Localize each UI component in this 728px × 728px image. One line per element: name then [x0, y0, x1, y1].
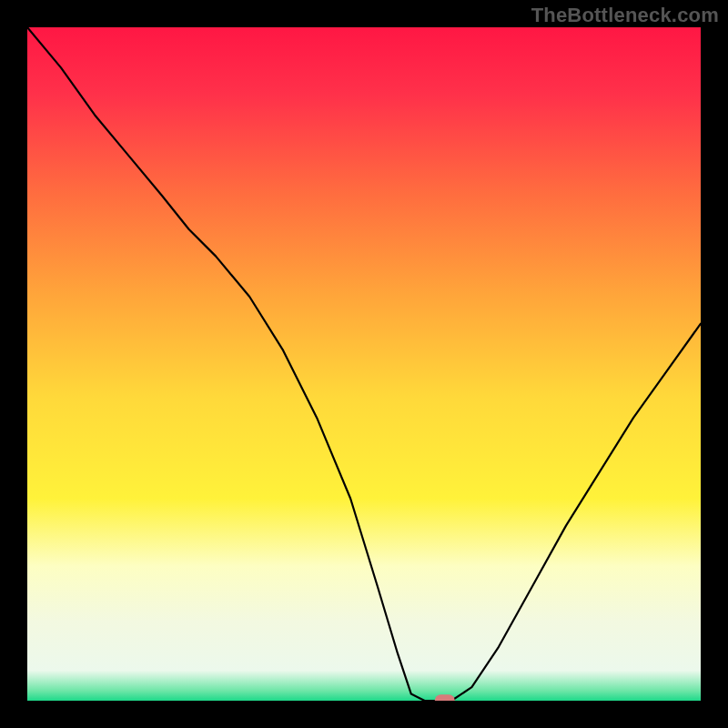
heatmap-background — [27, 27, 701, 701]
optimum-marker — [435, 694, 455, 701]
chart-svg — [27, 27, 701, 701]
watermark-text: TheBottleneck.com — [531, 4, 719, 27]
chart-frame: TheBottleneck.com — [0, 0, 728, 728]
plot-area — [27, 27, 701, 701]
